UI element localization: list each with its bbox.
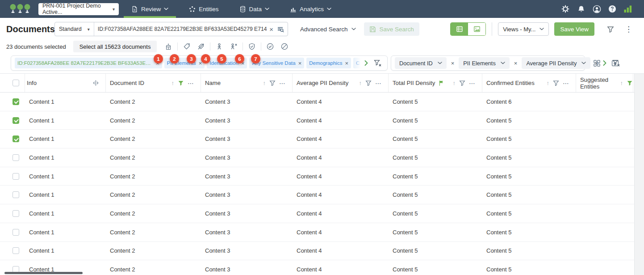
account-icon[interactable] <box>592 4 601 13</box>
panel-expand-icon[interactable] <box>611 59 619 67</box>
save-view-button[interactable]: Save View <box>554 22 594 36</box>
cell-average-pii-density: Content 4 <box>293 247 389 254</box>
sweep-icon[interactable] <box>161 41 176 52</box>
settings-icon[interactable] <box>561 4 570 13</box>
column-header-name: Name ↑ ⋯ <box>201 74 293 92</box>
grid-icon[interactable] <box>593 59 601 67</box>
close-icon[interactable]: × <box>298 60 302 66</box>
sort-asc-icon[interactable]: ↑ <box>620 80 623 86</box>
row-checkbox[interactable] <box>13 117 19 124</box>
column-menu-icon[interactable]: ⋯ <box>563 80 569 86</box>
cell-total-pii-density: Content 5 <box>389 191 482 198</box>
filter-chip-demographics[interactable]: Demographics × <box>306 58 351 68</box>
search-bar: Standard ▾ ID:F027358AFA288EE 82A7E22179… <box>54 22 288 36</box>
column-menu-icon[interactable]: ⋯ <box>188 80 194 86</box>
usage-bars-icon[interactable] <box>623 4 632 13</box>
sort-asc-icon[interactable]: ↑ <box>359 80 362 86</box>
pin-column-icon[interactable] <box>92 80 99 86</box>
chevron-right-icon[interactable] <box>364 60 368 66</box>
remove-tag-icon[interactable] <box>194 41 208 52</box>
cell-name: Content 3 <box>201 98 293 105</box>
tab-data[interactable]: Data <box>239 0 270 18</box>
shield-check-icon[interactable] <box>245 41 259 52</box>
funnel-x-icon[interactable] <box>374 59 382 67</box>
cell-document-id: Content 2 <box>106 135 201 142</box>
assign-user-icon[interactable] <box>212 41 226 52</box>
search-list-icon[interactable] <box>277 25 284 33</box>
project-selector[interactable]: PRN-001 Project Demo Active... ▾ <box>38 3 119 15</box>
filter-chip-label: Demographics <box>309 60 342 66</box>
search-scope-dropdown[interactable]: Standard ▾ <box>55 22 94 36</box>
row-checkbox[interactable] <box>13 154 19 161</box>
sort-asc-icon[interactable]: ↑ <box>171 80 175 86</box>
table-body: Content 1 Content 2 Content 3 Content 4 … <box>0 93 644 275</box>
row-checkbox[interactable] <box>13 135 19 142</box>
filter-funnel-icon[interactable] <box>365 80 372 86</box>
row-checkbox[interactable] <box>13 210 19 217</box>
filter-funnel-icon[interactable] <box>553 80 559 86</box>
filter-funnel-icon[interactable] <box>269 80 276 86</box>
search-input[interactable]: ID:F027358AFA288EE 82A7E22179E2B3E BF633… <box>94 26 267 32</box>
column-label: Suggested Entities <box>580 76 620 90</box>
reject-icon[interactable] <box>277 41 292 52</box>
filter-chip-label: ID:F027358AFA288EE 82A7E22179E2B3E BF633… <box>17 60 153 66</box>
close-icon[interactable]: × <box>345 60 348 66</box>
tab-analytics[interactable]: Analytics <box>290 0 331 18</box>
tab-review[interactable]: Review <box>131 0 168 18</box>
row-checkbox[interactable] <box>13 191 19 198</box>
column-menu-icon[interactable]: ⋯ <box>279 80 286 86</box>
filter-pill-document-id[interactable]: Document ID <box>395 57 447 69</box>
advanced-search-button[interactable]: Advanced Search <box>300 26 356 33</box>
cell-document-id: Content 2 <box>106 266 201 273</box>
cell-name: Content 3 <box>201 154 293 161</box>
caret-down-icon: ▾ <box>88 27 90 32</box>
sort-asc-icon[interactable]: ↑ <box>263 80 266 86</box>
row-checkbox[interactable] <box>13 173 19 180</box>
filter-chip-id[interactable]: ID:F027358AFA288EE 82A7E22179E2B3E BF633… <box>15 58 162 68</box>
filter-pill-average-pii-density[interactable]: Average PII Density <box>522 57 590 69</box>
row-checkbox[interactable] <box>13 98 19 105</box>
table-row: Content 1 Content 2 Content 3 Content 4 … <box>0 260 644 275</box>
search-scope-value: Standard <box>59 26 82 32</box>
row-checkbox[interactable] <box>13 229 19 236</box>
annotation-badge-7: 7 <box>251 54 260 63</box>
unassign-user-icon[interactable] <box>226 41 241 52</box>
save-search-button[interactable]: Save Search <box>364 22 419 36</box>
filter-pill-pii-elements[interactable]: PII Elements <box>459 57 510 69</box>
funnel-icon[interactable] <box>607 25 614 33</box>
active-filter-funnel-icon[interactable] <box>178 80 184 86</box>
kebab-menu-icon[interactable]: ⋮ <box>625 25 632 33</box>
cell-average-pii-density: Content 4 <box>293 154 389 161</box>
project-selector-value: PRN-001 Project Demo Active... <box>42 3 108 15</box>
sort-asc-icon[interactable]: ↑ <box>453 80 456 86</box>
active-filter-funnel-icon[interactable] <box>627 80 633 86</box>
app-logo[interactable] <box>10 4 30 14</box>
help-icon[interactable] <box>608 4 617 13</box>
close-icon[interactable]: × <box>451 60 455 67</box>
cell-confirmed-entities: Content 5 <box>482 117 576 124</box>
tab-entities[interactable]: Entities <box>189 0 218 18</box>
notifications-icon[interactable] <box>577 4 585 13</box>
horizontal-scrollbar-thumb[interactable] <box>4 272 83 274</box>
select-all-checkbox[interactable] <box>13 80 19 86</box>
column-header-total-pii-density: Total PII Density ↑ ⋯ <box>389 74 482 92</box>
cell-name: Content 3 <box>201 247 293 254</box>
table-view-icon[interactable] <box>451 23 468 35</box>
search-filter-group: ID:F027358AFA288EE 82A7E22179E2B3E BF633… <box>11 55 388 71</box>
sort-asc-icon[interactable]: ↑ <box>547 80 550 86</box>
card-view-icon[interactable] <box>468 23 485 35</box>
filter-funnel-icon[interactable] <box>459 80 465 86</box>
close-icon[interactable]: × <box>514 60 518 67</box>
column-menu-icon[interactable]: ⋯ <box>375 80 382 86</box>
tag-icon[interactable] <box>180 41 194 52</box>
approve-icon[interactable] <box>263 41 277 52</box>
top-navbar: PRN-001 Project Demo Active... ▾ Review … <box>0 0 644 18</box>
cell-confirmed-entities: Content 5 <box>482 266 576 273</box>
views-select[interactable]: Views - My... <box>498 22 549 36</box>
column-menu-icon[interactable]: ⋯ <box>469 80 476 86</box>
filter-chip-truncated[interactable]: C <box>353 58 362 68</box>
row-checkbox[interactable] <box>13 247 19 254</box>
search-clear-icon[interactable]: × <box>267 25 276 33</box>
select-all-button[interactable]: Select all 15623 documents <box>73 41 157 52</box>
table-row: Content 1 Content 2 Content 3 Content 4 … <box>0 148 644 167</box>
